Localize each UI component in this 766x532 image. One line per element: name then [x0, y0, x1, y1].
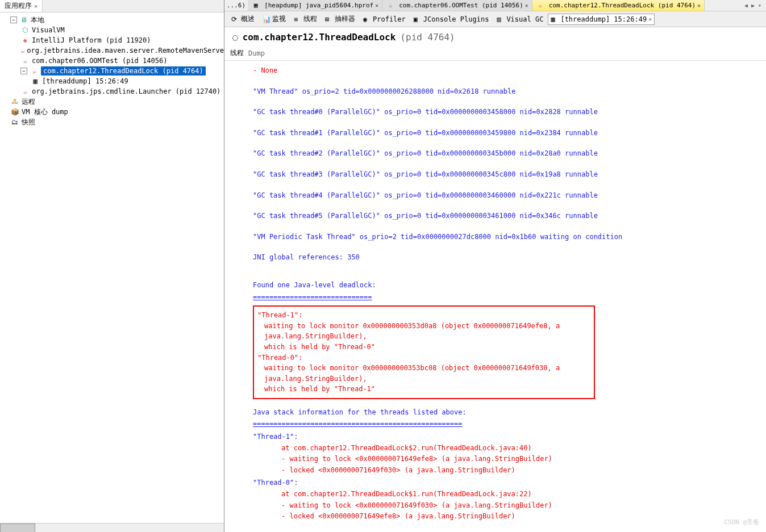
close-icon[interactable]: ✕	[697, 2, 701, 9]
threads-icon: ≡	[294, 15, 302, 23]
app-pid: (pid 4764)	[400, 32, 455, 43]
tree-item[interactable]: ⬡ VisualVM	[0, 25, 224, 35]
stack-line: - waiting to lock <0x000000071649f030> (…	[253, 500, 749, 511]
horizontal-scrollbar[interactable]	[0, 523, 224, 532]
remote-icon: 🖧	[10, 97, 19, 106]
heap-icon: 📦	[10, 107, 19, 116]
watermark: CSDN @丢爸	[724, 518, 759, 526]
editor-tab-active[interactable]: ☕ com.chapter12.ThreadDeadLock (pid 4764…	[532, 0, 705, 11]
tree-label: [threaddump] 15:26:49	[42, 77, 128, 85]
monitor-icon: 📊	[263, 15, 270, 23]
tree-item[interactable]: ▦ [threaddump] 15:26:49	[0, 76, 224, 86]
tool-label: Profiler	[373, 15, 406, 23]
left-header: 应用程序 ✕	[0, 0, 224, 12]
dump-line: "GC task thread#1 (ParallelGC)" os_prio=…	[253, 128, 749, 139]
tree-remote[interactable]: 🖧 远程	[0, 97, 224, 107]
jconsole-button[interactable]: ▣JConsole Plugins	[410, 14, 493, 24]
tool-label: Visual GC	[506, 15, 543, 23]
title-row: ◌ com.chapter12.ThreadDeadLock (pid 4764…	[224, 27, 766, 47]
tree-item[interactable]: ☕ org.jetbrains.idea.maven.server.Remote…	[0, 45, 224, 56]
java-icon: ☕	[536, 1, 545, 10]
loading-icon: ◌	[232, 32, 238, 43]
tree-label: 本地	[31, 15, 44, 25]
tool-label: 概述	[241, 14, 255, 24]
sub-thread-label: 线程	[230, 48, 244, 58]
tree-label: org.jetbrains.jps.cmdline.Launcher (pid …	[32, 87, 220, 95]
separator-line: ========================================…	[253, 418, 749, 429]
deadlock-box: "Thread-1": waiting to lock monitor 0x00…	[253, 305, 595, 399]
apps-tab-label: 应用程序	[5, 1, 32, 11]
right-panel: ...6) ▦ [heapdump] java_pid5604.hprof ✕ …	[224, 0, 766, 532]
app-title: com.chapter12.ThreadDeadLock	[243, 32, 396, 43]
nav-menu-icon[interactable]: ▾	[758, 2, 761, 9]
dump-line: "GC task thread#2 (ParallelGC)" os_prio=…	[253, 148, 749, 159]
found-one-line: Found one Java-level deadlock:	[253, 280, 749, 291]
thread1-held: which is held by "Thread-0"	[257, 342, 590, 353]
tree-label: 快照	[22, 118, 35, 127]
heapdump-icon: ▦	[251, 1, 260, 10]
none-line: - None	[253, 65, 749, 76]
profiler-icon: ◉	[363, 15, 371, 23]
tree-heapdump[interactable]: 📦 VM 核心 dump	[0, 107, 224, 117]
tree-label: com.chapter06.OOMTest (pid 14056)	[32, 57, 167, 65]
stack-line: at com.chapter12.ThreadDeadLock$1.run(Th…	[253, 489, 749, 500]
tree-item[interactable]: ☕ org.jetbrains.jps.cmdline.Launcher (pi…	[0, 86, 224, 97]
tree-label: 远程	[22, 97, 35, 107]
nav-arrows: ◀ ▶ ▾	[740, 2, 766, 9]
app-root: 应用程序 ✕ − 🖥 本地 ⬡ VisualVM ◈ IntelliJ Plat…	[0, 0, 766, 532]
thread1-header: "Thread-1":	[257, 310, 590, 321]
tree-item[interactable]: ◈ IntelliJ Platform (pid 11920)	[0, 35, 224, 45]
left-panel: 应用程序 ✕ − 🖥 本地 ⬡ VisualVM ◈ IntelliJ Plat…	[0, 0, 224, 532]
stack-thread0: "Thread-0":	[253, 477, 749, 488]
java-icon: ☕	[20, 87, 30, 96]
apps-tab[interactable]: 应用程序 ✕	[0, 0, 43, 12]
threaddump-tab[interactable]: ▦[threaddump] 15:26:49✕	[548, 14, 655, 25]
tree-local[interactable]: − 🖥 本地	[0, 15, 224, 25]
visualgc-button[interactable]: ▤Visual GC	[493, 14, 547, 24]
editor-tab[interactable]: ▦ [heapdump] java_pid5604.hprof ✕	[248, 0, 382, 11]
view-toolbar: ⟳概述 📊监视 ≡线程 ⊞抽样器 ◉Profiler ▣JConsole Plu…	[224, 11, 766, 27]
editor-tabs: ...6) ▦ [heapdump] java_pid5604.hprof ✕ …	[224, 0, 766, 11]
close-icon[interactable]: ✕	[34, 3, 38, 9]
thread0-held: which is held by "Thread-1"	[257, 384, 590, 395]
profiler-button[interactable]: ◉Profiler	[360, 14, 409, 24]
tool-label: 线程	[303, 14, 317, 24]
thread0-header: "Thread-0":	[257, 353, 590, 363]
tab-prefix: ...6)	[224, 2, 248, 9]
stack-thread1: "Thread-1":	[253, 432, 749, 442]
jni-line: JNI global references: 350	[253, 252, 749, 263]
tree-label: VM 核心 dump	[22, 107, 68, 117]
dump-line: "VM Thread" os_prio=2 tid=0x000000002628…	[253, 86, 749, 97]
overview-icon: ⟳	[231, 15, 239, 23]
stack-line: - locked <0x000000071649efe8> (a java.la…	[253, 511, 749, 522]
stack-line: - waiting to lock <0x000000071649efe8> (…	[253, 454, 749, 464]
tool-label: 监视	[272, 14, 286, 24]
tab-label: com.chapter12.ThreadDeadLock (pid 4764)	[549, 2, 696, 9]
close-icon[interactable]: ✕	[525, 2, 528, 9]
tool-label: 抽样器	[335, 14, 355, 24]
snapshot-icon: 🗂	[10, 118, 19, 127]
tree-item[interactable]: ☕ com.chapter06.OOMTest (pid 14056)	[0, 56, 224, 66]
nav-right-icon[interactable]: ▶	[751, 2, 755, 9]
nav-left-icon[interactable]: ◀	[744, 2, 748, 9]
overview-button[interactable]: ⟳概述	[228, 13, 258, 25]
tab-label: [heapdump] java_pid5604.hprof	[264, 2, 373, 9]
editor-tab[interactable]: ☕ com.chapter06.OOMTest (pid 14056) ✕	[382, 0, 532, 11]
close-icon[interactable]: ✕	[375, 2, 378, 9]
visualgc-icon: ▤	[497, 15, 505, 23]
sampler-button[interactable]: ⊞抽样器	[322, 13, 359, 25]
separator-line: =============================	[253, 292, 749, 303]
collapse-icon[interactable]: −	[10, 16, 17, 23]
tree-item-selected[interactable]: − ☕ com.chapter12.ThreadDeadLock (pid 47…	[0, 66, 224, 76]
tree-snapshots[interactable]: 🗂 快照	[0, 117, 224, 127]
host-icon: 🖥	[19, 15, 28, 24]
sub-tabs: 线程 Dump	[224, 47, 766, 61]
tool-label: [threaddump] 15:26:49	[560, 15, 647, 23]
tool-label: JConsole Plugins	[423, 15, 489, 23]
collapse-icon[interactable]: −	[20, 68, 27, 74]
monitor-button[interactable]: 📊监视	[259, 13, 289, 25]
dump-line: "VM Periodic Task Thread" os_prio=2 tid=…	[253, 232, 749, 242]
threads-button[interactable]: ≡线程	[290, 13, 320, 25]
close-icon[interactable]: ✕	[648, 16, 652, 22]
java-icon: ☕	[20, 56, 30, 65]
